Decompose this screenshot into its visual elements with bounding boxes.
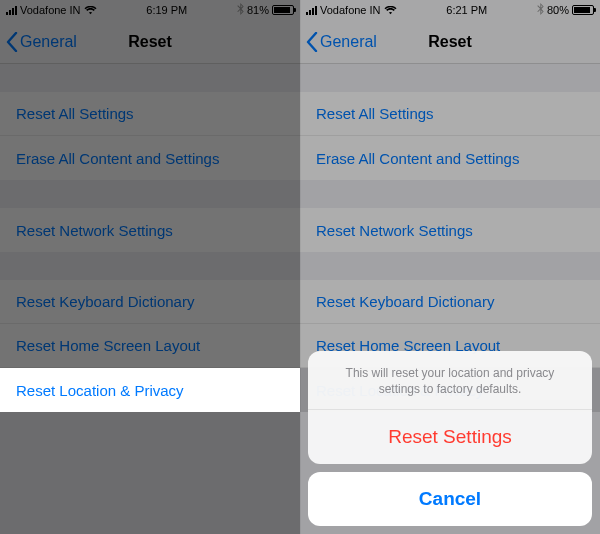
nav-bar: General Reset (0, 20, 300, 64)
row-reset-network-settings[interactable]: Reset Network Settings (0, 208, 300, 252)
battery-icon (272, 5, 294, 15)
button-label: Reset Settings (388, 426, 512, 448)
clock-label: 6:19 PM (146, 4, 187, 16)
list-section: Reset All Settings Erase All Content and… (0, 92, 300, 180)
battery-pct-label: 81% (247, 4, 269, 16)
phone-right: Vodafone IN 6:21 PM 80% General Reset (300, 0, 600, 534)
row-label: Erase All Content and Settings (16, 150, 219, 167)
row-reset-home-screen-layout[interactable]: Reset Home Screen Layout (0, 324, 300, 368)
reset-settings-button[interactable]: Reset Settings (308, 410, 592, 464)
list-section: Reset Keyboard Dictionary Reset Home Scr… (0, 280, 300, 412)
action-sheet: This will reset your location and privac… (308, 351, 592, 526)
chevron-left-icon (6, 32, 18, 52)
button-label: Cancel (419, 488, 481, 510)
row-label: Reset All Settings (16, 105, 134, 122)
status-bar: Vodafone IN 6:19 PM 81% (0, 0, 300, 20)
back-button[interactable]: General (0, 32, 77, 52)
bluetooth-icon (237, 3, 244, 17)
cellular-signal-icon (6, 6, 17, 15)
phone-left: Vodafone IN 6:19 PM 81% General Reset (0, 0, 300, 534)
row-label: Reset Home Screen Layout (16, 337, 200, 354)
row-reset-location-privacy[interactable]: Reset Location & Privacy (0, 368, 300, 412)
screenshot-divider (300, 0, 301, 534)
settings-list: Reset All Settings Erase All Content and… (0, 92, 300, 412)
wifi-icon (84, 6, 97, 15)
row-erase-all-content[interactable]: Erase All Content and Settings (0, 136, 300, 180)
row-label: Reset Location & Privacy (16, 382, 184, 399)
action-sheet-message: This will reset your location and privac… (308, 351, 592, 410)
row-label: Reset Keyboard Dictionary (16, 293, 194, 310)
back-label: General (20, 33, 77, 51)
list-section: Reset Network Settings (0, 208, 300, 252)
row-reset-keyboard-dictionary[interactable]: Reset Keyboard Dictionary (0, 280, 300, 324)
row-label: Reset Network Settings (16, 222, 173, 239)
action-sheet-group: This will reset your location and privac… (308, 351, 592, 464)
row-reset-all-settings[interactable]: Reset All Settings (0, 92, 300, 136)
cancel-button[interactable]: Cancel (308, 472, 592, 526)
carrier-label: Vodafone IN (20, 4, 81, 16)
